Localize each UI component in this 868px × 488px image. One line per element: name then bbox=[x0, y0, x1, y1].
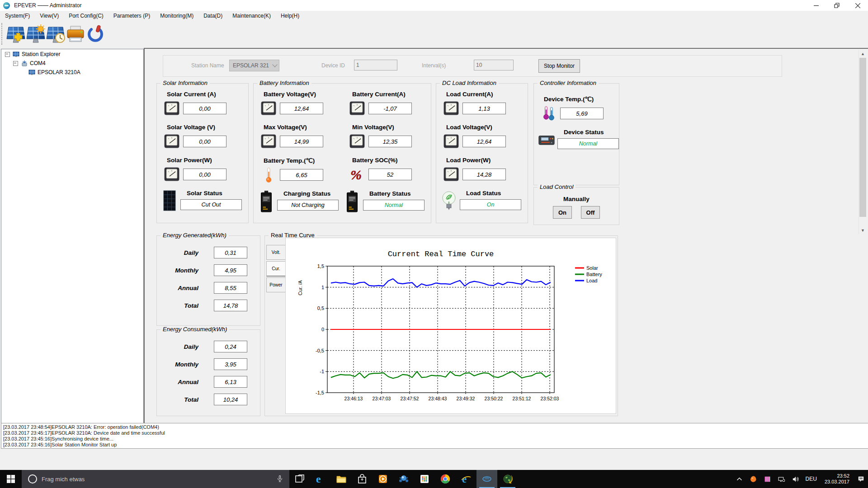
device-id-field[interactable]: 1 bbox=[354, 60, 397, 70]
taskbar-media-player-button[interactable] bbox=[373, 470, 393, 488]
station-bar: Station Name EPSOLAR 321 Device ID 1 Int… bbox=[163, 55, 782, 77]
exit-button[interactable] bbox=[85, 24, 106, 45]
svg-text:23:50:22: 23:50:22 bbox=[485, 396, 503, 401]
taskbar-file-explorer-button[interactable] bbox=[331, 470, 352, 488]
cortana-search-box[interactable]: Frag mich etwas bbox=[22, 470, 289, 488]
metric-label: Solar Power(W) bbox=[167, 157, 248, 164]
menu-item-monitoring-m[interactable]: Monitoring(M) bbox=[155, 11, 198, 21]
stop-monitor-button[interactable]: Stop Monitor bbox=[538, 59, 580, 73]
energy-row-annual: Annual6,13 bbox=[157, 376, 260, 388]
collapse-icon[interactable] bbox=[5, 52, 10, 57]
controller-icon bbox=[538, 129, 555, 151]
menu-item-system-f[interactable]: System(F) bbox=[0, 11, 35, 21]
station-explorer-tree: Station Explorer COM4 EPSOLAR 3210A bbox=[1, 49, 144, 423]
interval-field[interactable]: 10 bbox=[474, 60, 514, 70]
energy-value: 14,78 bbox=[214, 300, 247, 311]
load-on-button[interactable]: On bbox=[553, 206, 572, 219]
start-button[interactable] bbox=[0, 470, 22, 488]
real-time-chart: Current Real Time CurveCur. /A1,510,50-0… bbox=[285, 238, 616, 414]
taskbar-solar-guardian-button[interactable] bbox=[497, 470, 518, 488]
metric-label: Load Power(W) bbox=[446, 157, 528, 164]
language-indicator[interactable]: DEU bbox=[802, 470, 820, 488]
menu-item-maintenance-k[interactable]: Maintenance(K) bbox=[227, 11, 276, 21]
vertical-scrollbar[interactable]: ▲ ▼ bbox=[859, 50, 867, 234]
clock[interactable]: 23:52 23.03.2017 bbox=[820, 470, 854, 488]
energy-label: Daily bbox=[157, 343, 198, 350]
scrollbar-thumb[interactable] bbox=[859, 58, 866, 217]
menu-item-view-v[interactable]: View(V) bbox=[35, 11, 64, 21]
add-station-button[interactable] bbox=[5, 24, 26, 45]
metric-value: 0,00 bbox=[183, 136, 226, 147]
energy-value: 4,95 bbox=[214, 264, 247, 276]
chart-tab-power[interactable]: Power bbox=[266, 277, 286, 292]
metric-label: Min Voltage(V) bbox=[352, 124, 431, 131]
station-name-select[interactable]: EPSOLAR 321 bbox=[229, 60, 279, 71]
chevron-down-icon bbox=[272, 62, 277, 67]
menu-item-port-config-c[interactable]: Port Config(C) bbox=[64, 11, 108, 21]
status-solar-status: Solar StatusCut Out bbox=[161, 190, 242, 212]
minimize-button[interactable] bbox=[806, 0, 826, 11]
energy-row-daily: Daily0,24 bbox=[157, 341, 260, 352]
taskbar-epever-monitor-button[interactable] bbox=[476, 470, 497, 488]
energy-value: 3,95 bbox=[214, 358, 247, 370]
chart-tab-cur[interactable]: Cur. bbox=[266, 261, 286, 277]
tree-item-station-explorer[interactable]: Station Explorer bbox=[1, 50, 143, 58]
tree-item-device[interactable]: EPSOLAR 3210A bbox=[1, 68, 143, 76]
metric-value: 5,69 bbox=[560, 108, 604, 119]
tree-item-com4[interactable]: COM4 bbox=[1, 59, 143, 67]
file-explorer-icon bbox=[336, 474, 347, 484]
microphone-icon[interactable] bbox=[276, 475, 284, 483]
metric-label: Max Voltage(V) bbox=[264, 124, 349, 131]
restore-button[interactable] bbox=[826, 0, 847, 11]
controller-information-group: Controller Information Device Temp.(℃)5,… bbox=[533, 83, 619, 185]
collapse-icon[interactable] bbox=[13, 61, 18, 66]
epever-logo-icon bbox=[3, 2, 10, 9]
dc-load-information-group: DC Load Information Load Current(A)1,13L… bbox=[436, 83, 528, 223]
monitor-panel: Station Name EPSOLAR 321 Device ID 1 Int… bbox=[144, 48, 868, 423]
close-button[interactable] bbox=[847, 0, 868, 11]
taskbar-task-view-button[interactable] bbox=[289, 470, 310, 488]
input-indicator-tray-icon[interactable] bbox=[760, 470, 774, 488]
energy-value: 0,31 bbox=[214, 247, 247, 258]
epever-monitor-icon bbox=[481, 474, 492, 484]
volume-tray-icon[interactable] bbox=[788, 470, 802, 488]
taskbar-chrome-button[interactable] bbox=[435, 470, 456, 488]
energy-label: Monthly bbox=[157, 361, 198, 368]
energy-value: 6,13 bbox=[214, 376, 247, 388]
energy-value: 10,24 bbox=[214, 394, 247, 405]
chart-tab-volt[interactable]: Volt. bbox=[266, 245, 286, 260]
avast-tray-icon[interactable] bbox=[746, 470, 760, 488]
metric-label: Battery Current(A) bbox=[352, 91, 431, 98]
energy-row-total: Total14,78 bbox=[157, 300, 260, 311]
toolbar-grip[interactable] bbox=[1, 23, 2, 45]
search-placeholder: Frag mich etwas bbox=[42, 476, 276, 483]
taskbar-edge-button[interactable] bbox=[310, 470, 331, 488]
metric-value: 1,13 bbox=[462, 103, 506, 114]
taskbar-app-grid-button[interactable] bbox=[414, 470, 435, 488]
tray-chevron-up[interactable] bbox=[732, 470, 746, 488]
gauge-icon bbox=[443, 134, 459, 149]
task-view-icon bbox=[294, 474, 305, 484]
load-off-button[interactable]: Off bbox=[581, 206, 600, 219]
taskbar-dvd-player-button[interactable] bbox=[393, 470, 414, 488]
taskbar-internet-explorer-button[interactable] bbox=[456, 470, 476, 488]
energy-label: Monthly bbox=[157, 267, 198, 274]
group-title: Load Control bbox=[538, 183, 576, 190]
station-config-button[interactable] bbox=[25, 24, 46, 45]
menu-item-help-h[interactable]: Help(H) bbox=[276, 11, 304, 21]
metric-label: Battery Temp.(℃) bbox=[264, 157, 349, 164]
scroll-down-icon[interactable]: ▼ bbox=[859, 226, 867, 234]
menu-item-data-d[interactable]: Data(D) bbox=[198, 11, 227, 21]
network-tray-icon[interactable] bbox=[774, 470, 788, 488]
taskbar: Frag mich etwas DEU 23:52 23.03.2017 bbox=[0, 470, 868, 488]
svg-text:Cur. /A: Cur. /A bbox=[297, 280, 303, 296]
energy-label: Annual bbox=[157, 285, 198, 291]
chrome-icon bbox=[440, 474, 451, 484]
taskbar-store-button[interactable] bbox=[352, 470, 373, 488]
menu-item-parameters-p[interactable]: Parameters (P) bbox=[108, 11, 155, 21]
print-button[interactable] bbox=[65, 24, 86, 45]
action-center-icon[interactable] bbox=[854, 470, 868, 488]
svg-text:23:52:03: 23:52:03 bbox=[541, 396, 559, 401]
time-sync-button[interactable] bbox=[45, 24, 66, 45]
scroll-up-icon[interactable]: ▲ bbox=[859, 50, 867, 57]
